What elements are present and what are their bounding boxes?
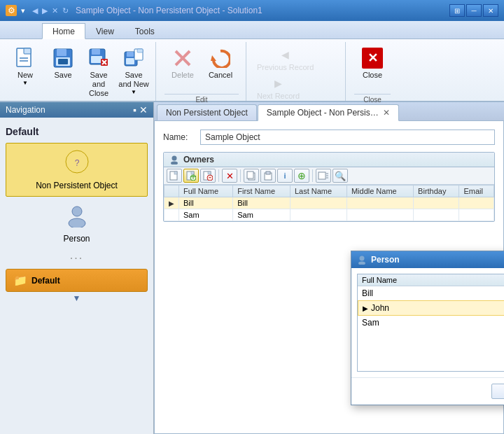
save-new-label: Save and New [118, 71, 149, 89]
svg-rect-9 [92, 49, 100, 55]
ribbon-group-edit-content: Delete Cancel [164, 42, 239, 92]
new-label: New [18, 71, 33, 80]
ribbon-tab-bar: Home View Tools [0, 21, 504, 39]
svg-rect-18 [137, 49, 143, 52]
dialog-overlay: Person ─ □ ✕ Full Name Bill [155, 121, 503, 433]
svg-rect-16 [126, 58, 134, 64]
nav-item-non-persistent[interactable]: ? Non Persistent Object [6, 143, 148, 197]
nav-controls: ▪ ✕ [133, 104, 148, 115]
next-record-button[interactable]: ▶ Next Record [252, 75, 304, 103]
item-arrow: ▶ [363, 304, 368, 312]
svg-rect-7 [58, 59, 68, 64]
svg-point-46 [360, 256, 365, 261]
tab-bar: Non Persistent Object Sample Object - No… [154, 102, 504, 120]
delete-button[interactable]: Delete [164, 45, 201, 92]
nav-non-persistent-label: Non Persistent Object [36, 181, 118, 190]
close-button[interactable]: ✕ Close [354, 45, 391, 92]
nav-person-icon [65, 204, 89, 232]
save-new-button[interactable]: Save and New ▼ [116, 45, 151, 97]
nav-person-label: Person [63, 234, 90, 244]
tab-non-persistent[interactable]: Non Persistent Object [157, 104, 257, 120]
svg-point-24 [72, 206, 82, 216]
save-new-icon [122, 47, 145, 69]
nav-title-label: Navigation [6, 105, 46, 115]
navigation-panel: Navigation ▪ ✕ Default ? Non Persistent … [0, 102, 154, 434]
save-icon [52, 47, 74, 69]
svg-point-25 [69, 218, 85, 227]
tab-tools[interactable]: Tools [125, 23, 165, 38]
window-controls[interactable]: ⊞ ─ ✕ [449, 4, 498, 17]
tab-non-persistent-label: Non Persistent Object [166, 108, 248, 118]
ribbon-group-nav: ◀ Previous Record ▶ Next Record Records … [248, 42, 346, 101]
tab-sample-object[interactable]: Sample Object - Non Persis… ✕ [258, 104, 399, 121]
nav-close-btn[interactable]: ✕ [139, 104, 148, 115]
dialog-list-item[interactable]: ▶ John [358, 300, 504, 316]
title-bar: ⚙ ▾ ◀ ▶ ✕ ↻ Sample Object - Non Persiste… [0, 0, 504, 21]
nav-group-icon: 📁 [13, 274, 27, 287]
tab-home[interactable]: Home [42, 23, 85, 39]
tab-close-btn[interactable]: ✕ [383, 108, 390, 118]
item-sam: Sam [362, 318, 379, 328]
save-close-button[interactable]: Save andClose [83, 45, 115, 101]
save-close-icon [88, 47, 110, 69]
nav-non-persistent-icon: ? [64, 149, 90, 179]
ribbon-group-records-creation: New ▼ Save [3, 42, 156, 101]
svg-rect-5 [57, 49, 66, 56]
close-label: Close [363, 71, 382, 80]
person-dialog: Person ─ □ ✕ Full Name Bill [351, 251, 504, 405]
svg-text:?: ? [74, 158, 79, 168]
svg-rect-15 [127, 52, 134, 57]
close-btn[interactable]: ✕ [483, 4, 498, 17]
nav-dots: ··· [6, 251, 148, 266]
dialog-title: Person [371, 255, 400, 265]
ribbon-group-close-content: ✕ Close [354, 42, 391, 92]
nav-item-person[interactable]: Person [6, 200, 148, 248]
dialog-body: Full Name Bill ▶ John Sam [351, 268, 504, 377]
cancel-button[interactable]: Cancel [202, 45, 239, 92]
dialog-titlebar: Person ─ □ ✕ [351, 251, 504, 268]
save-label: Save [54, 71, 71, 80]
save-button[interactable]: Save [45, 45, 81, 92]
delete-icon [172, 47, 194, 69]
svg-point-47 [358, 262, 365, 265]
nav-pin-btn[interactable]: ▪ [133, 104, 136, 115]
cancel-icon [209, 47, 232, 69]
new-arrow: ▼ [22, 80, 28, 86]
next-record-label: Next Record [257, 92, 300, 100]
ribbon: New ▼ Save [0, 39, 504, 102]
prev-record-icon: ◀ [281, 49, 289, 60]
prev-record-button[interactable]: ◀ Previous Record [252, 46, 318, 74]
nav-scroll-down[interactable]: ▼ [6, 292, 148, 304]
dialog-list[interactable]: Full Name Bill ▶ John Sam [357, 274, 504, 372]
minimize-btn[interactable]: ─ [466, 4, 482, 17]
svg-marker-21 [211, 55, 216, 61]
form-area: Name: Owners [154, 120, 504, 434]
window-title: Sample Object - Non Persistent Object - … [76, 6, 262, 15]
nav-group-default[interactable]: 📁 Default [6, 269, 148, 292]
item-john: John [371, 303, 389, 313]
content-panel: Non Persistent Object Sample Object - No… [154, 102, 504, 434]
ribbon-group-content: New ▼ Save [7, 42, 151, 101]
new-button[interactable]: New ▼ [7, 45, 43, 92]
dialog-new-btn[interactable]: New [491, 384, 504, 399]
tab-view[interactable]: View [85, 23, 125, 38]
main-area: Navigation ▪ ✕ Default ? Non Persistent … [0, 102, 504, 434]
dialog-list-header: Full Name [358, 274, 504, 286]
next-record-icon: ▶ [274, 78, 282, 89]
save-new-arrow: ▼ [131, 89, 136, 95]
svg-rect-10 [91, 56, 102, 63]
nav-body: Default ? Non Persistent Object [0, 118, 153, 434]
nav-header: Navigation ▪ ✕ [0, 102, 153, 118]
nav-group-label: Default [31, 276, 60, 286]
dialog-list-item[interactable]: Sam [358, 316, 504, 330]
delete-label: Delete [172, 71, 194, 80]
close-icon: ✕ [361, 47, 384, 69]
dialog-list-item[interactable]: Bill [358, 286, 504, 300]
ribbon-group-nav-content: ◀ Previous Record ▶ Next Record [252, 42, 341, 103]
nav-section-title: Default [6, 123, 148, 143]
ribbon-group-edit: Delete Cancel Edit [158, 42, 246, 101]
ribbon-group-close: ✕ Close Close [347, 42, 398, 101]
maximize-btn[interactable]: ⊞ [449, 4, 465, 17]
tab-sample-object-label: Sample Object - Non Persis… [267, 108, 379, 118]
cancel-label: Cancel [209, 71, 232, 80]
